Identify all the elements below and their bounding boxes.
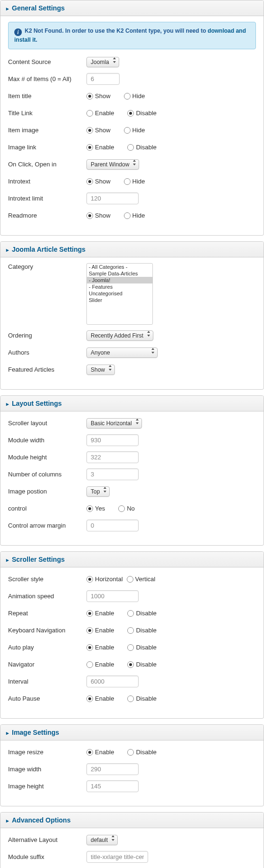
listbox-item[interactable]: - Features [87, 283, 152, 290]
image-height-input[interactable] [86, 780, 139, 792]
label: Scroller layout [8, 420, 86, 427]
resize-disable[interactable]: Disable [127, 749, 156, 756]
radio-icon [127, 695, 134, 702]
panel-header-image[interactable]: Image Settings [0, 725, 264, 740]
speed-input[interactable] [86, 590, 139, 602]
label: Auto Pause [8, 695, 86, 702]
introtext-limit-input[interactable] [86, 192, 139, 204]
panel-advanced: Advanced Options Alternative Layout defa… [0, 812, 264, 868]
title-link-disable[interactable]: Disable [127, 110, 156, 117]
radio-icon [124, 93, 131, 100]
panel-body: Scroller layout Basic Horizontal Module … [0, 411, 264, 545]
readmore-hide[interactable]: Hide [124, 212, 145, 219]
image-link-enable[interactable]: Enable [86, 144, 114, 151]
panel-body: Category - All Categories - Sample Data-… [0, 257, 264, 389]
row-image-height: Image height [8, 780, 256, 793]
radio-icon [86, 93, 93, 100]
panel-header-layout[interactable]: Layout Settings [0, 396, 264, 411]
category-listbox[interactable]: - All Categories - Sample Data-Articles … [86, 263, 153, 325]
row-speed: Animation speed [8, 590, 256, 603]
row-content-source: Content Source Joomla [8, 56, 256, 68]
authors-select[interactable]: Anyone [86, 347, 158, 358]
repeat-disable[interactable]: Disable [127, 610, 156, 617]
suffix-input[interactable] [86, 851, 148, 863]
row-max-items: Max # of Items (0 = All) [8, 73, 256, 85]
autopause-disable[interactable]: Disable [127, 695, 156, 702]
label: Image resize [8, 749, 86, 756]
repeat-enable[interactable]: Enable [86, 610, 114, 617]
readmore-show[interactable]: Show [86, 212, 111, 219]
item-title-show[interactable]: Show [86, 92, 111, 100]
keyboard-disable[interactable]: Disable [127, 627, 156, 634]
listbox-item[interactable]: - Joomla! [87, 277, 152, 283]
listbox-item[interactable]: Uncategorised [87, 290, 152, 297]
control-no[interactable]: No [118, 505, 135, 512]
row-module-height: Module height [8, 451, 256, 464]
row-authors: Authors Anyone [8, 347, 256, 359]
title-link-enable[interactable]: Enable [86, 110, 114, 117]
label: control [8, 505, 86, 512]
module-width-input[interactable] [86, 434, 139, 446]
control-margin-input[interactable] [86, 520, 139, 531]
listbox-item[interactable]: Slider [87, 297, 152, 303]
label: Ordering [8, 332, 86, 339]
label: Authors [8, 349, 86, 356]
content-source-select[interactable]: Joomla [86, 57, 119, 67]
panel-header-scroller[interactable]: Scroller Settings [0, 552, 264, 567]
radio-icon [86, 212, 93, 219]
scroller-layout-select[interactable]: Basic Horizontal [86, 418, 142, 429]
control-yes[interactable]: Yes [86, 505, 105, 512]
navigator-enable[interactable]: Enable [86, 661, 114, 668]
row-navigator: Navigator Enable Disable [8, 658, 256, 671]
panel-header-general[interactable]: General Settings [0, 0, 264, 16]
style-horizontal[interactable]: Horizontal [86, 576, 123, 583]
panel-title: Advanced Options [6, 816, 71, 824]
panel-header-advanced[interactable]: Advanced Options [0, 813, 264, 828]
max-items-input[interactable] [86, 73, 120, 85]
autoplay-enable[interactable]: Enable [86, 644, 114, 651]
row-introtext: Introtext Show Hide [8, 175, 256, 188]
label: Interval [8, 678, 86, 685]
module-height-input[interactable] [86, 451, 139, 463]
label: Image height [8, 783, 86, 790]
interval-input[interactable] [86, 676, 139, 687]
row-control: control Yes No [8, 503, 256, 515]
introtext-hide[interactable]: Hide [124, 178, 145, 185]
label: Category [8, 263, 86, 270]
panel-general: General Settings iK2 Not Found. In order… [0, 0, 264, 236]
item-image-show[interactable]: Show [86, 127, 111, 134]
row-keyboard: Keyboard Navigation Enable Disable [8, 624, 256, 637]
radio-icon [127, 110, 134, 117]
style-vertical[interactable]: Vertical [127, 576, 156, 583]
row-suffix: Module suffix [8, 851, 256, 863]
image-position-select[interactable]: Top [86, 486, 110, 497]
radio-icon [86, 644, 93, 651]
radio-icon [124, 178, 131, 185]
item-image-hide[interactable]: Hide [124, 127, 145, 134]
num-columns-input[interactable] [86, 468, 139, 480]
panel-layout: Layout Settings Scroller layout Basic Ho… [0, 395, 264, 546]
alt-layout-select[interactable]: default [86, 835, 118, 845]
autopause-enable[interactable]: Enable [86, 695, 114, 702]
panel-joomla: Joomla Article Settings Category - All C… [0, 241, 264, 390]
label: On Click, Open in [8, 161, 86, 168]
resize-enable[interactable]: Enable [86, 749, 114, 756]
navigator-disable[interactable]: Disable [127, 661, 156, 668]
panel-header-joomla[interactable]: Joomla Article Settings [0, 242, 264, 257]
listbox-item[interactable]: Sample Data-Articles [87, 270, 152, 277]
panel-image: Image Settings Image resize Enable Disab… [0, 724, 264, 806]
featured-select[interactable]: Show [86, 365, 115, 375]
keyboard-enable[interactable]: Enable [86, 627, 114, 634]
row-scroller-layout: Scroller layout Basic Horizontal [8, 417, 256, 429]
introtext-show[interactable]: Show [86, 178, 111, 185]
image-link-disable[interactable]: Disable [127, 144, 156, 151]
autoplay-disable[interactable]: Disable [127, 644, 156, 651]
listbox-item[interactable]: - All Categories - [87, 264, 152, 270]
on-click-select[interactable]: Parent Window [86, 159, 139, 170]
label: Alternative Layout [8, 836, 86, 843]
ordering-select[interactable]: Recently Added First [86, 330, 153, 341]
row-num-columns: Number of columns [8, 468, 256, 481]
item-title-hide[interactable]: Hide [124, 92, 145, 100]
image-width-input[interactable] [86, 763, 139, 775]
label: Introtext [8, 178, 86, 185]
